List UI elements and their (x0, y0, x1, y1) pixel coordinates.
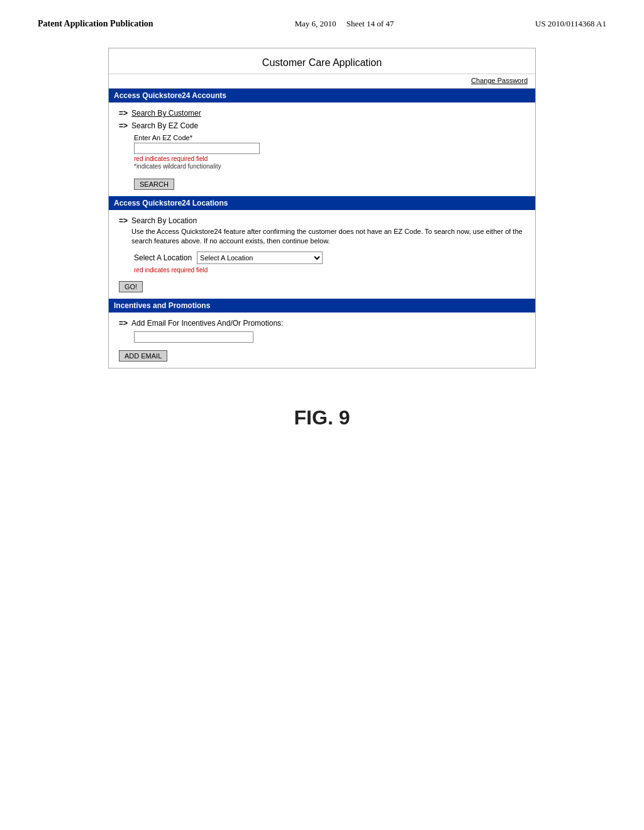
email-input[interactable] (134, 331, 253, 343)
search-by-location-label: Search By Location (131, 216, 525, 225)
add-email-btn-wrapper: ADD EMAIL (119, 346, 525, 362)
arrow-icon-ez: => (119, 121, 128, 130)
locations-section-content: => Search By Location Use the Access Qui… (109, 210, 535, 299)
ez-hint1: red indicates required field (134, 155, 525, 162)
patent-center: May 6, 2010 Sheet 14 of 47 (294, 19, 394, 29)
add-email-label: Add Email For Incentives And/Or Promotio… (131, 319, 283, 328)
locations-section-header: Access Quickstore24 Locations (109, 196, 535, 210)
incentives-section-content: => Add Email For Incentives And/Or Promo… (109, 313, 535, 368)
arrow-icon-email: => (119, 319, 128, 328)
location-hint: red indicates required field (134, 267, 525, 274)
patent-left: Patent Application Publication (38, 19, 153, 29)
ez-code-form-row: Enter An EZ Code* red indicates required… (134, 134, 525, 171)
ui-container: Customer Care Application Change Passwor… (108, 48, 536, 368)
page: Patent Application Publication May 6, 20… (0, 0, 644, 830)
incentives-section-header: Incentives and Promotions (109, 299, 535, 313)
patent-number: US 2010/0114368 A1 (535, 19, 606, 28)
location-hint-wrapper: red indicates required field (134, 267, 525, 274)
location-search-block: Search By Location Use the Access Quicks… (131, 216, 525, 246)
add-email-button[interactable]: ADD EMAIL (119, 350, 167, 362)
patent-publication-label: Patent Application Publication (38, 19, 153, 28)
search-by-customer-item: => Search By Customer (119, 109, 525, 118)
accounts-section-content: => Search By Customer => Search By EZ Co… (109, 102, 535, 196)
accounts-section-header: Access Quickstore24 Accounts (109, 89, 535, 102)
figure-caption: FIG. 9 (0, 406, 644, 455)
add-email-item: => Add Email For Incentives And/Or Promo… (119, 319, 525, 328)
ez-code-label: Enter An EZ Code* (134, 134, 525, 141)
email-input-wrapper (134, 331, 525, 343)
search-by-ez-label: Search By EZ Code (131, 121, 198, 130)
patent-date: May 6, 2010 (294, 19, 336, 28)
ui-title-bar: Customer Care Application (109, 48, 535, 74)
select-location-row: Select A Location Select A Location (134, 252, 525, 264)
ez-code-input[interactable] (134, 143, 260, 154)
location-description: Use the Access Quickstore24 feature afte… (131, 227, 525, 246)
search-button[interactable]: SEARCH (134, 179, 174, 190)
go-btn-wrapper: GO! (119, 277, 525, 292)
search-by-location-item: => Search By Location Use the Access Qui… (119, 216, 525, 246)
patent-header: Patent Application Publication May 6, 20… (0, 0, 644, 35)
search-by-ez-item: => Search By EZ Code (119, 121, 525, 130)
arrow-icon-location: => (119, 216, 128, 225)
go-button[interactable]: GO! (119, 281, 143, 292)
search-btn-wrapper: SEARCH (134, 175, 525, 190)
change-password-link[interactable]: Change Password (471, 77, 528, 84)
select-location-label: Select A Location (134, 253, 192, 262)
patent-sheet-info: Sheet 14 of 47 (347, 19, 394, 28)
password-bar: Change Password (109, 74, 535, 89)
location-select[interactable]: Select A Location (197, 252, 323, 264)
patent-right: US 2010/0114368 A1 (535, 19, 606, 29)
arrow-icon-customer: => (119, 109, 128, 118)
ui-title: Customer Care Application (262, 57, 382, 68)
search-by-customer-link[interactable]: Search By Customer (131, 109, 201, 118)
ez-hint2: *indicates wildcard functionality (134, 162, 525, 171)
